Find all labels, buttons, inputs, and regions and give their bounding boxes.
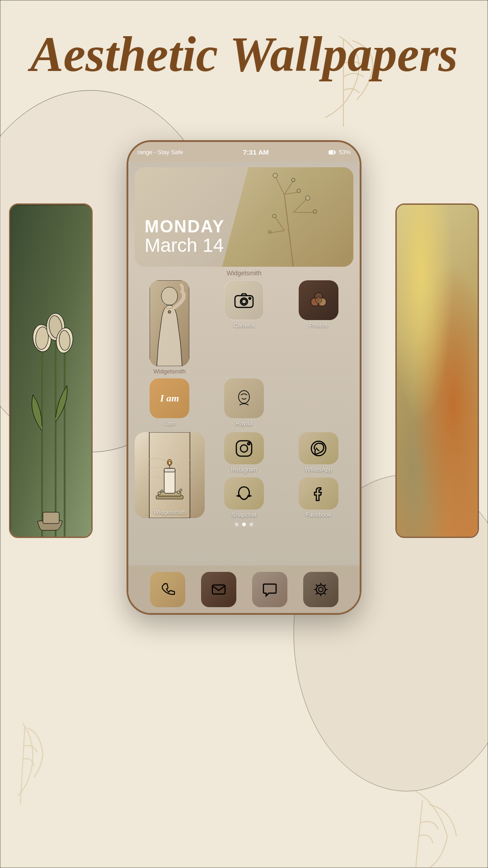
svg-point-51	[168, 461, 171, 465]
mixed-grid: Widgetsmith Instagram	[128, 429, 360, 518]
app-row-2: I am I am Hayaa	[128, 377, 360, 427]
snapchat-label: Snapchat	[232, 511, 257, 518]
app-icon-snapchat[interactable]: Snapchat	[209, 477, 279, 518]
svg-line-17	[284, 194, 293, 267]
app-icon-photos[interactable]: Photos	[283, 280, 353, 329]
svg-point-41	[161, 287, 178, 305]
hayaa-icon-img	[224, 378, 264, 418]
dock-phone-icon[interactable]	[150, 572, 185, 607]
instagram-icon-img	[224, 432, 264, 464]
time-text: 7:31 AM	[243, 148, 269, 156]
dock	[128, 566, 360, 613]
svg-point-55	[180, 489, 182, 491]
date-number: March 14	[145, 235, 225, 256]
svg-point-35	[249, 297, 251, 299]
widgetsmith-label-top: Widgetsmith	[128, 269, 360, 277]
carrier-text: range - Stay Safe	[137, 149, 183, 156]
app-icon-facebook[interactable]: Facebook	[283, 477, 353, 518]
svg-point-27	[313, 210, 317, 213]
dock-mail-icon[interactable]	[201, 572, 236, 607]
svg-point-58	[248, 443, 250, 445]
svg-point-24	[291, 178, 295, 182]
whatsapp-icon-img	[299, 432, 338, 464]
svg-point-61	[319, 587, 323, 592]
dock-messages-icon[interactable]	[252, 572, 287, 607]
widgetsmith-photo-widget: Widgetsmith	[135, 280, 205, 375]
svg-point-52	[158, 492, 160, 495]
svg-rect-13	[43, 512, 59, 524]
iam-label: I am	[164, 420, 175, 427]
svg-line-20	[284, 192, 298, 194]
candle-widget: Widgetsmith	[135, 432, 205, 518]
facebook-label: Facebook	[305, 511, 331, 518]
phone-mockup: range - Stay Safe 7:31 AM 53%	[127, 140, 361, 615]
widgetsmith-photo-label: Widgetsmith	[154, 368, 186, 375]
svg-point-26	[305, 196, 310, 200]
svg-point-54	[177, 491, 180, 494]
svg-line-18	[275, 176, 284, 194]
svg-line-21	[293, 199, 307, 212]
snapchat-icon-img	[224, 477, 264, 509]
camera-icon-img	[224, 280, 264, 320]
dot-2-active	[242, 523, 246, 526]
dot-3	[249, 523, 253, 526]
svg-point-42	[168, 311, 171, 313]
svg-point-30	[272, 214, 276, 218]
page-dots	[128, 523, 360, 526]
svg-point-62	[316, 585, 325, 594]
date-widget: MONDAY March 14	[135, 167, 353, 267]
dot-1	[235, 523, 239, 526]
svg-rect-15	[335, 151, 336, 153]
app-icon-instagram[interactable]: Instagram	[209, 432, 279, 473]
svg-line-19	[284, 181, 293, 194]
app-icon-whatsapp[interactable]: WhatsApp	[283, 432, 353, 473]
camera-label: Camera	[234, 322, 254, 329]
hayaa-label: Hayaa	[235, 420, 253, 427]
svg-line-28	[275, 217, 284, 231]
svg-point-31	[268, 231, 271, 233]
svg-point-57	[240, 445, 248, 452]
battery-text: 53%	[328, 149, 351, 156]
right-wallpaper-panel	[395, 203, 479, 538]
app-icon-iam[interactable]: I am I am	[135, 378, 205, 427]
svg-point-25	[297, 189, 300, 193]
left-wallpaper-panel	[9, 203, 93, 538]
photos-label: Photos	[309, 322, 327, 329]
svg-point-23	[273, 173, 277, 178]
svg-point-53	[161, 490, 163, 492]
status-bar: range - Stay Safe 7:31 AM 53%	[128, 142, 360, 162]
candle-widget-label: Widgetsmith	[135, 509, 205, 515]
svg-rect-60	[212, 585, 225, 594]
phone-screen: MONDAY March 14 Widgetsmith Came	[128, 162, 360, 613]
title-section: Aesthetic Wallpapers	[0, 27, 488, 82]
svg-rect-16	[329, 151, 333, 154]
instagram-label: Instagram	[231, 466, 257, 473]
svg-point-39	[315, 297, 322, 303]
svg-rect-48	[164, 468, 175, 472]
fashion-widget-img	[150, 280, 189, 366]
whatsapp-label: WhatsApp	[305, 466, 332, 473]
svg-point-34	[242, 299, 246, 304]
page-title: Aesthetic Wallpapers	[0, 27, 488, 82]
dock-settings-icon[interactable]	[303, 572, 338, 607]
app-row-1: Camera Photos	[128, 280, 360, 375]
facebook-icon-img	[299, 477, 338, 509]
iam-icon-img: I am	[150, 378, 189, 418]
photos-icon-img	[299, 280, 338, 320]
svg-point-43	[239, 391, 249, 403]
date-day: MONDAY	[145, 218, 225, 235]
app-icon-hayaa[interactable]: Hayaa	[209, 378, 279, 427]
date-text: MONDAY March 14	[145, 218, 225, 256]
app-icon-camera[interactable]: Camera	[209, 280, 279, 329]
svg-line-29	[271, 231, 284, 233]
svg-rect-3	[10, 205, 93, 538]
